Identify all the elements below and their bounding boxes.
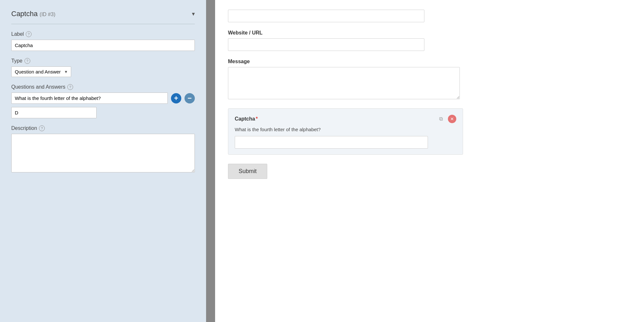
label-help-icon[interactable]: ? — [26, 31, 32, 37]
description-textarea[interactable] — [11, 134, 195, 172]
qa-question-row: + − — [11, 93, 195, 104]
captcha-answer-input[interactable] — [235, 136, 428, 149]
website-field: Website / URL — [228, 30, 631, 51]
top-input-area — [228, 10, 424, 22]
right-panel: Website / URL Message Captcha* ⧉ ✕ What … — [215, 0, 644, 322]
section-divider — [11, 24, 195, 24]
qa-help-icon[interactable]: ? — [67, 84, 73, 90]
type-select-wrapper: Question and Answer Math Image ▼ — [11, 66, 71, 77]
qa-field-label: Questions and Answers ? — [11, 84, 195, 90]
section-title: Captcha (ID #3) — [11, 10, 55, 18]
copy-icon: ⧉ — [439, 116, 443, 122]
type-select[interactable]: Question and Answer Math Image — [11, 66, 71, 77]
type-label-text: Type — [11, 58, 23, 64]
section-header: Captcha (ID #3) ▾ — [11, 10, 195, 18]
captcha-title-text: Captcha — [235, 116, 255, 122]
collapse-icon[interactable]: ▾ — [192, 10, 195, 17]
description-help-icon[interactable]: ? — [39, 125, 45, 131]
section-title-text: Captcha — [11, 10, 38, 18]
remove-qa-button[interactable]: − — [185, 93, 195, 103]
captcha-required-star: * — [256, 116, 258, 122]
qa-label-text: Questions and Answers — [11, 84, 65, 90]
type-help-icon[interactable]: ? — [24, 58, 30, 64]
message-label: Message — [228, 59, 631, 64]
label-field-label: Label ? — [11, 31, 195, 37]
description-field-group: Description ? — [11, 125, 195, 174]
answer-input[interactable] — [11, 107, 97, 118]
captcha-box-header: Captcha* ⧉ ✕ — [235, 114, 456, 123]
captcha-question-text: What is the fourth letter of the alphabe… — [235, 127, 456, 132]
remove-captcha-button[interactable]: ✕ — [448, 115, 456, 123]
website-label: Website / URL — [228, 30, 631, 36]
submit-button[interactable]: Submit — [228, 164, 267, 179]
section-id: (ID #3) — [40, 12, 55, 17]
panel-divider — [206, 0, 215, 322]
type-field-label: Type ? — [11, 58, 195, 64]
add-qa-button[interactable]: + — [171, 93, 181, 103]
qa-field-group: Questions and Answers ? + − — [11, 84, 195, 118]
label-field-group: Label ? — [11, 31, 195, 51]
close-icon: ✕ — [450, 116, 454, 122]
captcha-action-icons: ⧉ ✕ — [436, 114, 456, 123]
top-input[interactable] — [228, 10, 424, 22]
label-input[interactable] — [11, 40, 195, 51]
question-input[interactable] — [11, 93, 168, 104]
message-textarea[interactable] — [228, 67, 460, 99]
description-label-text: Description — [11, 125, 37, 131]
type-field-group: Type ? Question and Answer Math Image ▼ — [11, 58, 195, 77]
captcha-widget-box: Captcha* ⧉ ✕ What is the fourth letter o… — [228, 108, 463, 155]
website-input[interactable] — [228, 38, 424, 51]
captcha-box-title: Captcha* — [235, 116, 258, 122]
left-panel: Captcha (ID #3) ▾ Label ? Type ? Questio… — [0, 0, 206, 322]
description-field-label: Description ? — [11, 125, 195, 131]
message-field: Message — [228, 59, 631, 101]
label-text: Label — [11, 31, 24, 37]
copy-captcha-button[interactable]: ⧉ — [436, 114, 445, 123]
